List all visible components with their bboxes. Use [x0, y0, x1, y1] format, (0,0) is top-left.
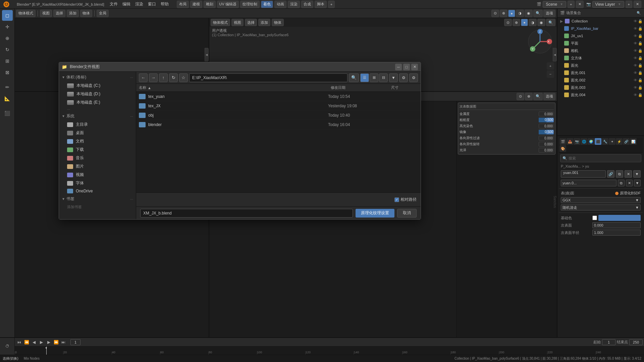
shading-material[interactable]: ◑ — [516, 10, 524, 17]
file-row-blender[interactable]: blender Today 16:04 — [136, 120, 421, 129]
tab-scripting[interactable]: 脚本 — [315, 1, 327, 8]
node-gloss-val[interactable]: 0.000 — [539, 148, 554, 153]
light4-eye[interactable]: 👁 — [634, 85, 637, 89]
cancel-button[interactable]: 取消 — [397, 209, 417, 218]
outliner-item-ip[interactable]: IP_XiaoMao_bar 👁 🔒 — [557, 25, 644, 32]
global-btn[interactable]: 全局 — [97, 10, 109, 17]
music-item[interactable]: 音乐 — [59, 154, 136, 162]
inner-gizmo[interactable]: ⊕ — [513, 19, 520, 26]
props-icon-data[interactable]: 📊 — [630, 138, 637, 145]
props-icon-scene[interactable]: 🌐 — [581, 138, 587, 145]
view-layer-selector[interactable]: View Layer ▼ — [592, 1, 624, 8]
props-icon-physics[interactable]: ⚡ — [616, 138, 623, 145]
light5-lock[interactable]: 🔒 — [638, 93, 643, 97]
desktop-item[interactable]: 桌面 — [59, 129, 136, 137]
overlay-btn[interactable]: ⊙ — [491, 10, 499, 17]
relative-path-checkbox[interactable]: ✓ — [394, 197, 399, 202]
mat-link-btn[interactable]: 🔗 — [607, 170, 614, 178]
subsurface-radius-input[interactable]: 1.000 — [592, 230, 641, 236]
tool-annotate[interactable]: ✏ — [2, 82, 13, 93]
tab-rendering[interactable]: 渲染 — [288, 1, 300, 8]
light2-lock[interactable]: 🔒 — [638, 71, 643, 75]
tab-sculpting[interactable]: 雕刻 — [204, 1, 216, 8]
material-name-input[interactable]: yuan.001 — [561, 170, 606, 178]
filter-del-btn[interactable]: ✕ — [626, 180, 633, 186]
mat-delete-btn[interactable]: ✕ — [625, 170, 632, 178]
tab-shading[interactable]: 着色 — [261, 1, 273, 8]
light5-eye[interactable]: 👁 — [634, 93, 637, 97]
file-row-obj[interactable]: obj Today 10:40 — [136, 111, 421, 120]
scene-remove-btn[interactable]: ✕ — [576, 1, 584, 8]
outliner-item-camera[interactable]: 相机 👁 🔒 — [557, 47, 644, 54]
playback-next-frame-btn[interactable]: ▶ — [46, 339, 52, 345]
nav-up-btn[interactable]: ↑ — [159, 73, 168, 82]
mat-filter-btn[interactable]: ▼ — [633, 170, 641, 178]
downloads-item[interactable]: 下载 — [59, 145, 136, 154]
props-icon-particles[interactable]: ✦ — [609, 138, 615, 145]
props-icon-view-layer[interactable]: 📷 — [574, 138, 580, 145]
end-frame-input[interactable]: 250 — [629, 339, 643, 345]
plane-lock[interactable]: 🔒 — [638, 41, 643, 46]
shading-rendered[interactable]: ◉ — [525, 10, 533, 17]
inner-add-btn[interactable]: 添加 — [258, 19, 270, 26]
playback-play-btn[interactable]: ▶ — [38, 339, 44, 345]
outliner-item-jx[interactable]: JX_uv1 👁 🔒 — [557, 32, 644, 40]
system-section-header[interactable]: ▼ 系统 ··· — [59, 112, 136, 120]
disk-c-item[interactable]: 本地磁盘 (C:) — [59, 81, 136, 90]
view-layer-remove-btn[interactable]: ✕ — [634, 1, 641, 8]
props-icon-modifier[interactable]: 🔧 — [602, 138, 608, 145]
select-menu-btn[interactable]: 选择 — [53, 10, 65, 17]
documents-item[interactable]: 文档 — [59, 137, 136, 145]
inner-search[interactable]: 🔍 — [546, 19, 555, 26]
search-btn[interactable]: 🔍 — [533, 10, 543, 17]
node-mirror-bar[interactable]: 0.500 — [539, 130, 554, 134]
outliner-item-light3[interactable]: 面光.002 👁 🔒 — [557, 76, 644, 84]
tool-transform[interactable]: ⊠ — [2, 67, 13, 78]
subsurface-input[interactable]: 0.000 — [592, 222, 641, 228]
tab-add[interactable]: + — [328, 1, 335, 8]
node-hicolor-val[interactable]: 0.000 — [539, 124, 554, 128]
props-icon-world[interactable]: 🌍 — [588, 138, 594, 145]
node-aniso-rot-val[interactable]: 0.000 — [539, 142, 554, 146]
menu-edit[interactable]: 编辑 — [122, 1, 130, 7]
bookmarks-section-header[interactable]: ▼ 书签 ··· — [59, 195, 136, 203]
cube-lock[interactable]: 🔒 — [638, 56, 643, 60]
inner-material-shade[interactable]: ◑ — [529, 19, 537, 26]
current-frame-input[interactable]: 1 — [70, 339, 80, 345]
object-mode-btn[interactable]: 物体模式 — [16, 10, 36, 17]
tool-scale[interactable]: ⊞ — [2, 56, 13, 66]
nav-back-btn[interactable]: ← — [139, 73, 148, 82]
node-aniso-val[interactable]: 0.000 — [539, 136, 554, 140]
menu-window[interactable]: 窗口 — [148, 1, 156, 7]
zoom-in-icon[interactable]: + — [547, 62, 554, 70]
scene-selector[interactable]: Scene ▼ — [543, 1, 566, 8]
plane-eye[interactable]: 👁 — [634, 41, 637, 45]
shader-gizmo-btn[interactable]: ⊕ — [525, 93, 533, 100]
light2-eye[interactable]: 👁 — [634, 71, 637, 75]
inner-rendered-shade[interactable]: ◉ — [537, 19, 545, 26]
nav-gizmo[interactable]: X Y Z — [527, 28, 553, 56]
start-frame-input[interactable]: 1 — [602, 339, 615, 345]
ip-lock[interactable]: 🔒 — [638, 26, 643, 31]
base-color-swatch[interactable] — [592, 216, 597, 220]
base-color-input[interactable] — [598, 215, 641, 221]
outliner-item-plane[interactable]: 平面 👁 🔒 — [557, 40, 644, 47]
filename-input[interactable] — [140, 209, 353, 218]
jx-eye[interactable]: 👁 — [634, 34, 637, 38]
tool-move[interactable]: ⊕ — [2, 33, 13, 44]
tool-cursor[interactable]: ✛ — [2, 21, 13, 32]
timeline-ruler-row[interactable]: 0 20 40 60 80 100 120 140 160 180 200 22… — [15, 347, 644, 355]
file-row-tex-jx[interactable]: tex_JX Yesterday 19:08 — [136, 101, 421, 111]
home-item[interactable]: 主目录 — [59, 120, 136, 129]
view-layer-add-btn[interactable]: + — [626, 1, 632, 8]
tool-add-cube[interactable]: ⬛ — [2, 108, 13, 119]
tab-layout[interactable]: 布局 — [177, 1, 189, 8]
props-icon-render[interactable]: 🎬 — [559, 138, 566, 145]
light1-lock[interactable]: 🔒 — [638, 63, 643, 68]
file-search-btn[interactable]: 🔍 — [349, 73, 359, 82]
props-icon-material[interactable]: 🎨 — [559, 145, 566, 152]
inner-solid-shade[interactable]: ● — [521, 19, 528, 26]
tab-uv[interactable]: UV 编辑器 — [217, 1, 239, 8]
inner-mode-btn[interactable]: 物体模式 — [211, 19, 230, 26]
shader-options-btn[interactable]: 选项 — [543, 93, 555, 100]
